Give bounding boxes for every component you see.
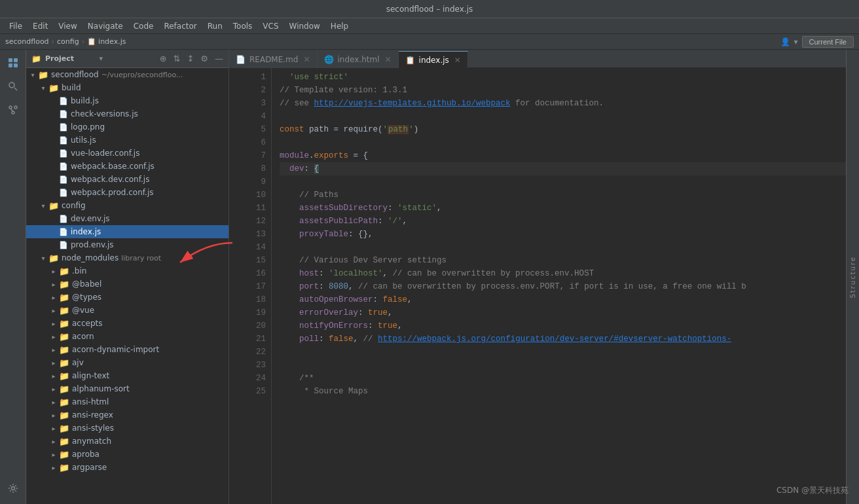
code-line-3: // see http://vuejs-templates.github.io/…: [280, 97, 846, 110]
tree-item-alphanum-sort[interactable]: ▸📁alphanum-sort: [26, 382, 228, 395]
tree-item-prod.env.js[interactable]: 📄prod.env.js: [26, 238, 228, 251]
tab-readme-close[interactable]: ✕: [303, 55, 310, 64]
tree-item-vue-loader.conf.js[interactable]: 📄vue-loader.conf.js: [26, 147, 228, 160]
project-browse-icon[interactable]: ⊕: [160, 54, 167, 63]
breadcrumb-sep-1: ›: [52, 37, 54, 46]
code-content[interactable]: 'use strict'// Template version: 1.3.1//…: [272, 68, 846, 504]
tree-item-ansi-regex[interactable]: ▸📁ansi-regex: [26, 408, 228, 422]
expand-arrow-anymatch[interactable]: ▸: [50, 438, 58, 445]
tree-item-check-versions.js[interactable]: 📄check-versions.js: [26, 107, 228, 120]
tree-item-accepts[interactable]: ▸📁accepts: [26, 317, 228, 330]
breadcrumb-file[interactable]: 📋index.js: [87, 37, 126, 46]
tree-item-@types[interactable]: ▸📁@types: [26, 291, 228, 304]
expand-arrow-build[interactable]: ▾: [39, 84, 47, 92]
expand-arrow-acorn-dynamic-import[interactable]: ▸: [50, 346, 58, 353]
expand-arrow-aproba[interactable]: ▸: [50, 451, 58, 458]
project-sort-icon[interactable]: ⇅: [174, 54, 181, 63]
tree-item-@vue[interactable]: ▸📁@vue: [26, 304, 228, 317]
tab-readme[interactable]: 📄 README.md ✕: [229, 51, 318, 68]
editor-area: 📄 README.md ✕ 🌐 index.html ✕ 📋 index.js …: [229, 50, 846, 504]
tree-item-.bin[interactable]: ▸📁.bin: [26, 264, 228, 278]
svg-rect-2: [9, 63, 12, 67]
tab-indexjs[interactable]: 📋 index.js ✕: [399, 51, 468, 68]
line-num-17: 17: [242, 280, 266, 293]
menu-item-view[interactable]: View: [54, 20, 81, 32]
tree-item-node_modules[interactable]: ▾📁node_moduleslibrary root: [26, 251, 228, 264]
tree-item-dev.env.js[interactable]: 📄dev.env.js: [26, 212, 228, 225]
structure-panel[interactable]: Structure: [846, 50, 859, 504]
tree-item-index.js[interactable]: 📄index.js: [26, 225, 228, 238]
sidebar-settings-icon[interactable]: [3, 478, 24, 499]
sidebar-git-icon[interactable]: [3, 99, 24, 120]
menu-item-window[interactable]: Window: [285, 20, 324, 32]
tree-item-build.js[interactable]: 📄build.js: [26, 94, 228, 107]
breadcrumb-config[interactable]: config: [57, 37, 79, 46]
tree-item-argparse[interactable]: ▸📁argparse: [26, 461, 228, 474]
project-dropdown-icon[interactable]: ▾: [100, 54, 103, 63]
menu-item-navigate[interactable]: Navigate: [84, 20, 127, 32]
project-expand-icon[interactable]: ↕: [187, 54, 194, 63]
tree-item-acorn[interactable]: ▸📁acorn: [26, 330, 228, 343]
tab-indexjs-close[interactable]: ✕: [454, 56, 461, 65]
expand-arrow-align-text[interactable]: ▸: [50, 372, 58, 380]
sidebar-search-icon[interactable]: [3, 76, 24, 97]
line-num-3: 3: [242, 97, 266, 110]
tree-item-@babel[interactable]: ▸📁@babel: [26, 278, 228, 291]
expand-arrow-config[interactable]: ▾: [39, 202, 47, 209]
tree-item-aproba[interactable]: ▸📁aproba: [26, 448, 228, 461]
tree-item-webpack.dev.conf.js[interactable]: 📄webpack.dev.conf.js: [26, 173, 228, 186]
line-num-14: 14: [242, 241, 266, 254]
expand-arrow-ajv[interactable]: ▸: [50, 359, 58, 367]
code-editor[interactable]: 1234567891011121314151617181920212223242…: [229, 68, 846, 504]
tree-item-ansi-html[interactable]: ▸📁ansi-html: [26, 395, 228, 408]
expand-arrow-ansi-html[interactable]: ▸: [50, 399, 58, 406]
tab-indexhtml[interactable]: 🌐 index.html ✕: [318, 51, 399, 68]
code-line-22: [280, 346, 846, 359]
expand-arrow-@vue[interactable]: ▸: [50, 307, 58, 314]
tree-item-ajv[interactable]: ▸📁ajv: [26, 356, 228, 369]
menu-item-vcs[interactable]: VCS: [259, 20, 282, 32]
expand-arrow-secondflood[interactable]: ▾: [29, 71, 37, 79]
expand-arrow-@babel[interactable]: ▸: [50, 281, 58, 288]
project-gear-icon[interactable]: ⚙: [200, 54, 208, 63]
sidebar-icons: [0, 50, 26, 504]
tree-item-anymatch[interactable]: ▸📁anymatch: [26, 435, 228, 448]
expand-arrow-.bin[interactable]: ▸: [50, 268, 58, 275]
user-icon[interactable]: 👤: [780, 37, 790, 46]
menu-item-edit[interactable]: Edit: [29, 20, 52, 32]
tree-item-build[interactable]: ▾📁build: [26, 81, 228, 94]
tree-item-webpack.prod.conf.js[interactable]: 📄webpack.prod.conf.js: [26, 186, 228, 199]
expand-arrow-ansi-styles[interactable]: ▸: [50, 425, 58, 432]
current-file-button[interactable]: Current File: [802, 36, 854, 48]
menu-item-code[interactable]: Code: [130, 20, 158, 32]
expand-arrow-acorn[interactable]: ▸: [50, 333, 58, 340]
code-line-9: [280, 175, 846, 189]
line-num-4: 4: [242, 110, 266, 123]
project-minimize-icon[interactable]: —: [215, 54, 223, 63]
expand-arrow-alphanum-sort[interactable]: ▸: [50, 386, 58, 393]
expand-arrow-node_modules[interactable]: ▾: [39, 255, 47, 262]
tree-item-ansi-styles[interactable]: ▸📁ansi-styles: [26, 422, 228, 435]
svg-rect-1: [14, 58, 18, 62]
menu-item-tools[interactable]: Tools: [229, 20, 257, 32]
tree-item-config[interactable]: ▾📁config: [26, 199, 228, 212]
sidebar-project-icon[interactable]: [3, 52, 24, 73]
expand-arrow-accepts[interactable]: ▸: [50, 320, 58, 327]
menu-bar: FileEditViewNavigateCodeRefactorRunTools…: [0, 18, 859, 34]
tree-item-utils.js[interactable]: 📄utils.js: [26, 134, 228, 147]
menu-item-file[interactable]: File: [5, 20, 26, 32]
menu-item-help[interactable]: Help: [327, 20, 352, 32]
menu-item-run[interactable]: Run: [204, 20, 227, 32]
tree-item-logo.png[interactable]: 📄logo.png: [26, 120, 228, 134]
breadcrumb-project[interactable]: secondflood: [5, 37, 49, 46]
tree-item-webpack.base.conf.js[interactable]: 📄webpack.base.conf.js: [26, 160, 228, 173]
tab-indexhtml-close[interactable]: ✕: [384, 55, 391, 64]
tree-item-secondflood[interactable]: ▾📁secondflood~/vuepro/secondfloo...: [26, 68, 228, 81]
tree-item-acorn-dynamic-import[interactable]: ▸📁acorn-dynamic-import: [26, 343, 228, 356]
expand-arrow-argparse[interactable]: ▸: [50, 464, 58, 471]
tree-item-align-text[interactable]: ▸📁align-text: [26, 369, 228, 382]
expand-arrow-@types[interactable]: ▸: [50, 294, 58, 301]
expand-arrow-ansi-regex[interactable]: ▸: [50, 412, 58, 419]
folder-icon-ajv: 📁: [59, 358, 69, 368]
menu-item-refactor[interactable]: Refactor: [160, 20, 200, 32]
